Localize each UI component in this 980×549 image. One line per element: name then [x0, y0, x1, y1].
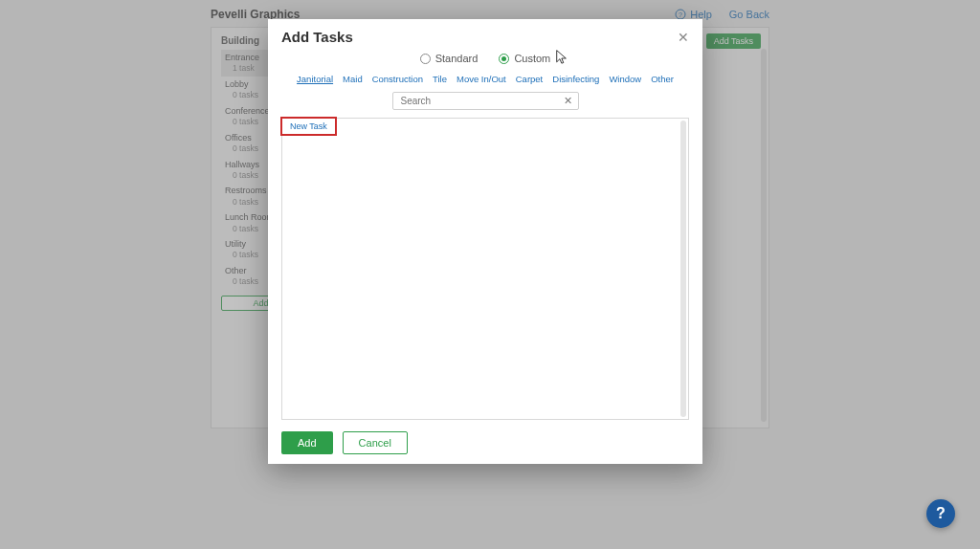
modal-header: Add Tasks ✕	[268, 19, 702, 51]
add-tasks-modal: Add Tasks ✕ Standard Custom Janitorial M…	[268, 19, 702, 464]
category-tab[interactable]: Maid	[343, 74, 363, 84]
category-tab[interactable]: Window	[609, 74, 641, 84]
list-scrollbar[interactable]	[680, 121, 686, 417]
modal-footer: Add Cancel	[268, 420, 702, 464]
add-button[interactable]: Add	[281, 431, 333, 454]
help-fab[interactable]: ?	[926, 499, 955, 528]
radio-custom[interactable]: Custom	[499, 53, 550, 64]
category-tab[interactable]: Construction	[372, 74, 423, 84]
category-tab[interactable]: Other	[651, 74, 674, 84]
cancel-button[interactable]: Cancel	[343, 431, 408, 454]
radio-label: Custom	[514, 53, 550, 64]
close-icon[interactable]: ✕	[678, 31, 689, 44]
help-fab-label: ?	[936, 505, 946, 522]
search-box[interactable]: ✕	[392, 92, 579, 110]
modal-title: Add Tasks	[281, 29, 353, 45]
radio-label: Standard	[435, 53, 479, 64]
task-list-area: New Task	[281, 118, 689, 420]
category-tabs: Janitorial Maid Construction Tile Move I…	[268, 74, 702, 84]
category-tab[interactable]: Disinfecting	[552, 74, 599, 84]
radio-icon	[499, 54, 509, 64]
search-input[interactable]	[399, 95, 564, 107]
radio-icon	[420, 54, 431, 64]
type-selector: Standard Custom	[268, 53, 702, 64]
category-tab[interactable]: Tile	[433, 74, 447, 84]
new-task-button[interactable]: New Task	[280, 117, 337, 136]
search-wrap: ✕	[268, 92, 702, 110]
clear-icon[interactable]: ✕	[564, 95, 572, 107]
category-tab[interactable]: Carpet	[516, 74, 544, 84]
category-tab[interactable]: Move In/Out	[457, 74, 506, 84]
radio-standard[interactable]: Standard	[420, 53, 479, 64]
category-tab[interactable]: Janitorial	[297, 74, 333, 84]
